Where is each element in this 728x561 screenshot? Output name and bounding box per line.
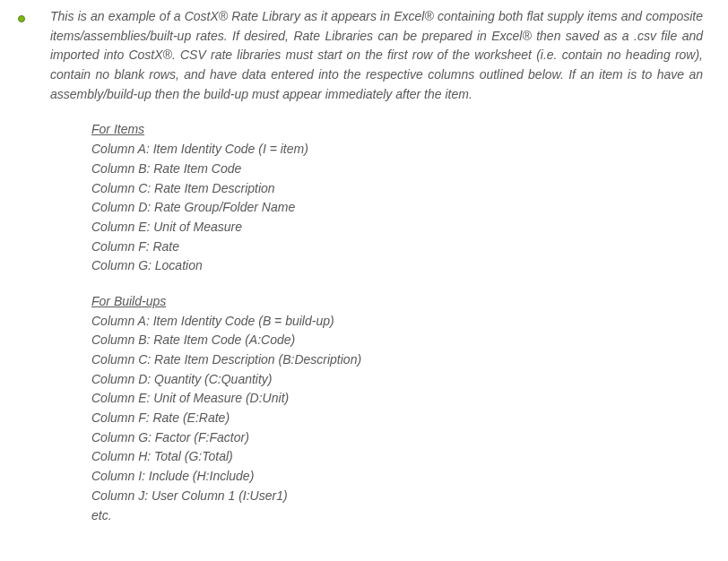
buildups-col: Column D: Quantity (C:Quantity) [91,370,703,390]
buildups-col: etc. [91,506,703,526]
buildups-col: Column H: Total (G:Total) [91,447,703,467]
items-heading: For Items [91,120,703,140]
buildups-col: Column A: Item Identity Code (B = build-… [91,312,703,332]
intro-paragraph: This is an example of a CostX® Rate Libr… [50,7,703,104]
buildups-col: Column C: Rate Item Description (B:Descr… [91,350,703,370]
items-col: Column D: Rate Group/Folder Name [91,198,703,218]
buildups-heading: For Build-ups [91,292,703,312]
bullet-icon [18,7,50,104]
items-col: Column A: Item Identity Code (I = item) [91,140,703,160]
buildups-col: Column B: Rate Item Code (A:Code) [91,331,703,350]
buildups-col: Column G: Factor (F:Factor) [91,428,703,448]
items-col: Column B: Rate Item Code [91,160,703,179]
buildups-col: Column J: User Column 1 (I:User1) [91,487,703,506]
items-col: Column C: Rate Item Description [91,179,703,199]
buildups-col: Column E: Unit of Measure (D:Unit) [91,389,703,409]
buildups-col: Column F: Rate (E:Rate) [91,409,703,428]
items-col: Column E: Unit of Measure [91,218,703,237]
items-col: Column F: Rate [91,237,703,257]
items-col: Column G: Location [91,256,703,276]
buildups-col: Column I: Include (H:Include) [91,467,703,487]
